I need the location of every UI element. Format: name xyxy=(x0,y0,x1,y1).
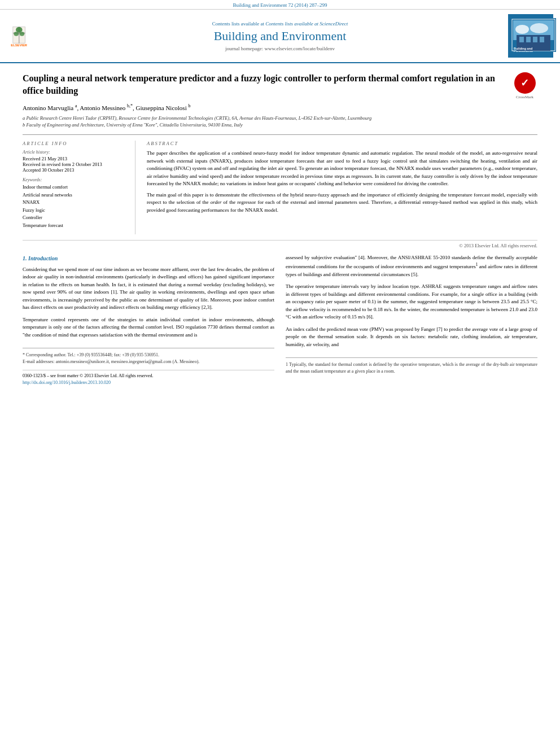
journal-title: Building and Environment xyxy=(58,29,502,43)
abstract-para-1: The paper describes the application of a… xyxy=(147,150,537,188)
journal-logo-box: Building and Environment xyxy=(508,14,553,58)
footnote-1-text: 1 Typically, the standard for thermal co… xyxy=(286,361,537,375)
svg-point-10 xyxy=(515,25,529,34)
copyright-line: © 2013 Elsevier Ltd. All rights reserved… xyxy=(23,240,537,248)
svg-text:Environment: Environment xyxy=(514,50,533,52)
affiliation-b: b Faculty of Engineering and Architectur… xyxy=(23,121,537,129)
journal-reference-bar: Building and Environment 72 (2014) 287–2… xyxy=(0,0,560,10)
article-info-abstract-columns: ARTICLE INFO Article history: Received 2… xyxy=(23,134,537,234)
right-para-1: assessed by subjective evaluation" [4]. … xyxy=(286,254,537,279)
abstract-para-2: The main goal of this paper is to demons… xyxy=(147,191,537,215)
keyword-2: Artificial neural networks xyxy=(23,191,126,199)
intro-para-1: Considering that we spend more of our ti… xyxy=(23,266,274,312)
sciencedirect-text: Contents lists available at Contents lis… xyxy=(58,21,502,27)
affiliations: a Public Research Centre Henri Tudor (CR… xyxy=(23,115,537,129)
article-history-group: Article history: Received 21 May 2013 Re… xyxy=(23,150,126,173)
paper-title-section: Coupling a neural network temperature pr… xyxy=(23,72,537,98)
crossmark-badge: ✓ CrossMark xyxy=(512,72,537,99)
section-name: Introduction xyxy=(28,255,58,261)
abstract-label: ABSTRACT xyxy=(147,141,537,146)
keyword-5: Controller xyxy=(23,214,126,222)
intro-para-2: Temperature control represents one of th… xyxy=(23,316,274,339)
svg-rect-15 xyxy=(533,37,537,42)
svg-rect-16 xyxy=(540,37,544,42)
sciencedirect-link-text[interactable]: Contents lists available at ScienceDirec… xyxy=(265,21,348,27)
svg-point-5 xyxy=(20,32,25,36)
main-content: Coupling a neural network temperature pr… xyxy=(0,63,560,395)
section-number: 1. xyxy=(23,255,27,261)
footnote-left: * Corresponding author. Tel.: +39 (0) 93… xyxy=(23,348,274,365)
abstract-panel: ABSTRACT The paper describes the applica… xyxy=(147,141,537,234)
footnote-right: 1 Typically, the standard for thermal co… xyxy=(286,357,537,375)
right-para-3: An index called the predicted mean vote … xyxy=(286,326,537,349)
keyword-4: Fuzzy logic xyxy=(23,207,126,215)
keywords-list: Indoor thermal comfort Artificial neural… xyxy=(23,184,126,230)
received-date: Received 21 May 2013 xyxy=(23,156,126,161)
elsevier-logo-svg: ELSEVIER xyxy=(7,25,52,47)
body-left-column: 1. Introduction Considering that we spen… xyxy=(23,254,274,387)
svg-point-4 xyxy=(14,32,19,36)
body-columns: 1. Introduction Considering that we spen… xyxy=(23,254,537,387)
journal-url: journal homepage: www.elsevier.com/locat… xyxy=(58,46,502,51)
keywords-label: Keywords: xyxy=(23,177,126,182)
svg-rect-14 xyxy=(526,37,531,42)
crossmark-label: CrossMark xyxy=(512,95,537,99)
abstract-text: The paper describes the application of a… xyxy=(147,150,537,214)
accepted-date: Accepted 30 October 2013 xyxy=(23,167,126,173)
article-info-panel: ARTICLE INFO Article history: Received 2… xyxy=(23,141,135,234)
right-para-2: The operative temperature intervals vary… xyxy=(286,283,537,321)
svg-text:ELSEVIER: ELSEVIER xyxy=(11,43,27,46)
keyword-3: NNARX xyxy=(23,199,126,207)
keywords-group: Keywords: Indoor thermal comfort Artific… xyxy=(23,177,126,230)
authors-line: Antonino Marvuglia a, Antonio Messineo b… xyxy=(23,103,537,111)
body-right-column: assessed by subjective evaluation" [4]. … xyxy=(286,254,537,387)
paper-title: Coupling a neural network temperature pr… xyxy=(23,72,537,98)
footnote-corresponding: * Corresponding author. Tel.: +39 (0) 93… xyxy=(23,352,274,359)
section-1-title: 1. Introduction xyxy=(23,254,274,263)
elsevier-logo: ELSEVIER xyxy=(7,25,52,47)
svg-rect-13 xyxy=(519,37,524,42)
history-label: Article history: xyxy=(23,150,126,155)
crossmark-icon: ✓ xyxy=(514,72,536,94)
svg-point-11 xyxy=(530,23,548,33)
doi-link[interactable]: http://dx.doi.org/10.1016/j.buildenv.201… xyxy=(23,379,274,386)
journal-ref-text: Building and Environment 72 (2014) 287–2… xyxy=(233,2,327,8)
journal-header: ELSEVIER Contents lists available at Con… xyxy=(0,10,560,63)
svg-point-3 xyxy=(16,27,23,32)
footer-issn: 0360-1323/$ – see front matter © 2013 El… xyxy=(23,370,274,386)
journal-center-info: Contents lists available at Contents lis… xyxy=(58,21,502,51)
journal-logo-svg: Building and Environment xyxy=(511,18,556,52)
article-info-label: ARTICLE INFO xyxy=(23,141,126,146)
keyword-1: Indoor thermal comfort xyxy=(23,184,126,191)
revised-date: Received in revised form 2 October 2013 xyxy=(23,161,126,167)
issn-text: 0360-1323/$ – see front matter © 2013 El… xyxy=(23,373,274,379)
keyword-6: Temperature forecast xyxy=(23,222,126,230)
footnote-email: E-mail addresses: antonio.messineo@uniko… xyxy=(23,359,274,365)
affiliation-a: a Public Research Centre Henri Tudor (CR… xyxy=(23,115,537,122)
